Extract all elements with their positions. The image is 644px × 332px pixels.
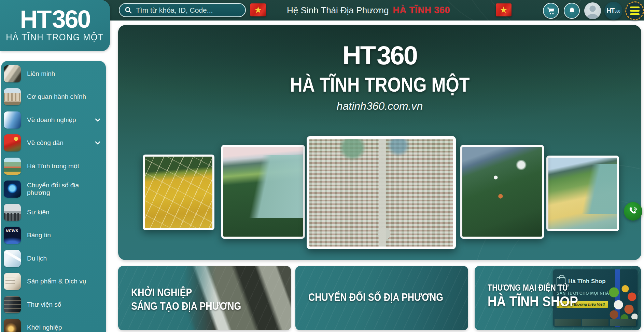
hero-title: HÀ TĨNH TRONG MỘT (118, 73, 641, 96)
user-avatar[interactable] (584, 2, 601, 19)
header-title-highlight: HÀ TĨNH 360 (393, 5, 450, 16)
search-icon (124, 6, 132, 14)
card-title-line2: HÀ TĨNH SHOP (488, 293, 578, 310)
logo-ht360: HT360 (20, 7, 90, 31)
shopping-cart-photo-icon (4, 273, 21, 290)
hamburger-menu-button[interactable] (625, 1, 644, 20)
sidebar-item-label: Khởi nghiệp (27, 324, 102, 331)
vietnam-flag-icon (250, 3, 266, 16)
logo-tagline: HÀ TĨNH TRONG MỘT (6, 32, 104, 43)
ht360-badge-button[interactable]: HT360 (604, 2, 622, 20)
sidebar-item-du-lich[interactable]: Du lịch (1, 247, 106, 270)
vietnam-flag-icon (496, 3, 512, 16)
hero-logo-360: 360 (377, 41, 417, 70)
notifications-button[interactable] (564, 3, 580, 19)
card-chuyen-doi-so[interactable]: CHUYỂN ĐỔI SỐ ĐỊA PHƯƠNG (295, 266, 468, 330)
card-title: CHUYỂN ĐỔI SỐ ĐỊA PHƯƠNG (308, 291, 465, 304)
sidebar-item-thu-vien-so[interactable]: Thư viện số (1, 293, 106, 316)
hero-title-text: HÀ TĨNH TRONG MỘT (290, 73, 470, 96)
phone-icon (628, 206, 638, 216)
sidebar-item-bang-tin[interactable]: NEWS Bảng tin (1, 224, 106, 247)
government-building-icon (4, 88, 21, 105)
card-title-line1: KHỞI NGHIỆP (131, 286, 241, 300)
shop-thumbnails (553, 318, 638, 327)
handshake-icon (4, 65, 21, 82)
sidebar-item-ve-doanh-nghiep[interactable]: Về doanh nghiệp (1, 108, 106, 132)
carousel-photo-mountain-temple[interactable] (460, 145, 544, 239)
search-input[interactable]: Tìm từ khóa, ID, Code... (119, 3, 246, 17)
card-ha-tinh-shop[interactable]: THƯƠNG MẠI ĐIỆN TỬ HÀ TĨNH SHOP Hà Tĩnh … (475, 266, 641, 330)
bell-icon (568, 7, 576, 15)
carousel-photo-beach[interactable] (546, 156, 619, 231)
news-icon: NEWS (4, 227, 21, 244)
hero-website: hatinh360.com.vn (118, 100, 641, 112)
sidebar-item-san-pham-dich-vu[interactable]: Sản phẩm & Dịch vụ (1, 270, 106, 293)
flag-star (500, 6, 507, 14)
city-panorama-icon (4, 158, 21, 175)
hero-logo: HT360 (118, 43, 641, 68)
flag-star (254, 6, 262, 14)
sidebar-item-khoi-nghiep[interactable]: Khởi nghiệp (1, 316, 106, 332)
sidebar-item-label: Hà Tĩnh trong một (27, 162, 102, 170)
startup-bulb-icon (4, 319, 21, 332)
citizens-flag-icon (4, 134, 21, 151)
card-title: THƯƠNG MẠI ĐIỆN TỬ HÀ TĨNH SHOP (488, 282, 593, 310)
sidebar-item-label: Liên minh (27, 70, 102, 78)
carousel-photo-rice-fields[interactable] (143, 155, 214, 230)
sidebar-item-label: Sự kiện (27, 209, 102, 216)
chevron-down-icon (95, 141, 100, 145)
badge-ht-text: HT (607, 7, 615, 14)
chevron-down-icon (95, 118, 100, 122)
logo-ht: HT (20, 5, 51, 33)
digital-library-icon (4, 296, 21, 313)
sidebar-item-label: Chuyển đổi số địa phương (27, 182, 102, 197)
hamburger-bar (630, 13, 640, 15)
travel-plane-icon (4, 250, 21, 267)
sidebar-item-label: Về công dân (27, 139, 95, 147)
sidebar-item-ha-tinh-trong-mot[interactable]: Hà Tĩnh trong một (1, 155, 106, 178)
page: Tìm từ khóa, ID, Code... Hệ Sinh Thái Đị… (0, 0, 644, 332)
news-icon-text: NEWS (6, 229, 18, 233)
badge-360-text: 360 (615, 10, 620, 13)
site-logo[interactable]: HT360 HÀ TĨNH TRONG MỘT (0, 0, 110, 51)
carousel-photo-city-aerial[interactable] (307, 136, 456, 249)
cart-icon (547, 6, 556, 15)
carousel-photo-river-mountains[interactable] (221, 145, 305, 239)
card-title-line2: SÁNG TẠO ĐỊA PHƯƠNG (131, 300, 241, 313)
sidebar-item-lien-minh[interactable]: Liên minh (1, 62, 106, 85)
header-title-text: Hệ Sinh Thái Địa Phương (287, 5, 389, 16)
digital-globe-icon (4, 181, 21, 198)
skyscraper-icon (4, 111, 21, 129)
sidebar-item-label: Thư viện số (27, 301, 102, 308)
sidebar-item-label: Cơ quan hành chính (27, 93, 102, 101)
sidebar-item-co-quan-hanh-chinh[interactable]: Cơ quan hành chính (1, 85, 106, 109)
card-title-line1: CHUYỂN ĐỔI SỐ ĐỊA PHƯƠNG (308, 291, 443, 304)
logo-360: 360 (52, 5, 90, 33)
card-title: KHỞI NGHIỆP SÁNG TẠO ĐỊA PHƯƠNG (131, 286, 259, 313)
hero-logo-ht: HT (342, 41, 375, 70)
sidebar: Liên minh Cơ quan hành chính Về doanh ng… (1, 61, 106, 332)
sidebar-item-label: Du lịch (27, 255, 102, 262)
conference-icon (4, 204, 21, 221)
header-title: Hệ Sinh Thái Địa Phương HÀ TĨNH 360 (287, 0, 450, 21)
sidebar-item-su-kien[interactable]: Sự kiện (1, 201, 106, 224)
sidebar-item-label: Về doanh nghiệp (27, 116, 95, 124)
sidebar-item-ve-cong-dan[interactable]: Về công dân (1, 132, 106, 155)
card-title-line1: THƯƠNG MẠI ĐIỆN TỬ (488, 282, 578, 293)
search-placeholder: Tìm từ khóa, ID, Code... (136, 6, 213, 14)
cart-button[interactable] (543, 3, 559, 19)
card-khoi-nghiep-sang-tao[interactable]: KHỞI NGHIỆP SÁNG TẠO ĐỊA PHƯƠNG (118, 266, 291, 330)
hamburger-bar (630, 6, 640, 8)
hero-banner: HT360 HÀ TĨNH TRONG MỘT hatinh360.com.vn (118, 25, 641, 260)
hero-text-block: HT360 HÀ TĨNH TRONG MỘT hatinh360.com.vn (118, 43, 641, 112)
sidebar-item-label: Sản phẩm & Dịch vụ (27, 278, 102, 285)
hamburger-bar (630, 10, 640, 12)
sidebar-item-label: Bảng tin (27, 231, 102, 239)
person-icon (584, 2, 601, 19)
sidebar-item-chuyen-doi-so[interactable]: Chuyển đổi số địa phương (1, 178, 106, 201)
hotline-phone-button[interactable] (624, 202, 642, 221)
